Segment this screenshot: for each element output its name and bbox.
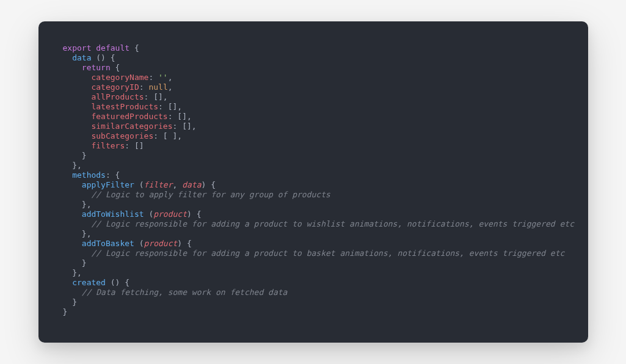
section-methods: methods xyxy=(72,170,106,180)
prop-categoryName: categoryName xyxy=(91,73,148,82)
prop-similarCategories: similarCategories xyxy=(91,122,172,131)
param-product: product xyxy=(153,209,187,219)
comment-apply-filter: // Logic to apply filter for any group o… xyxy=(91,190,330,199)
keyword-export: export xyxy=(63,43,92,53)
keyword-default: default xyxy=(96,43,129,53)
comment-basket: // Logic responsible for adding a produc… xyxy=(91,249,564,258)
code-card: export default { data () { return { cate… xyxy=(38,21,588,343)
param-data: data xyxy=(182,180,201,189)
value-empty-string: '' xyxy=(158,73,168,82)
method-created: created xyxy=(72,278,106,287)
comment-wishlist: // Logic responsible for adding a produc… xyxy=(91,219,574,228)
code-block: export default { data () { return { cate… xyxy=(63,43,564,317)
method-addToWishlist: addToWishlist xyxy=(82,209,144,219)
param-filter: filter xyxy=(144,180,173,189)
prop-featuredProducts: featuredProducts xyxy=(91,112,167,121)
comment-created: // Data fetching, some work on fetched d… xyxy=(82,288,288,297)
method-applyFilter: applyFilter xyxy=(82,180,134,189)
prop-subCategories: subCategories xyxy=(91,131,153,140)
param-product-2: product xyxy=(144,239,178,248)
prop-latestProducts: latestProducts xyxy=(91,102,158,111)
prop-filters: filters xyxy=(91,141,125,150)
keyword-return: return xyxy=(82,63,111,72)
prop-allProducts: allProducts xyxy=(91,92,144,101)
prop-categoryID: categoryID xyxy=(91,82,139,92)
method-data: data xyxy=(72,53,91,62)
value-null: null xyxy=(148,82,167,92)
method-addToBasket: addToBasket xyxy=(82,239,134,248)
